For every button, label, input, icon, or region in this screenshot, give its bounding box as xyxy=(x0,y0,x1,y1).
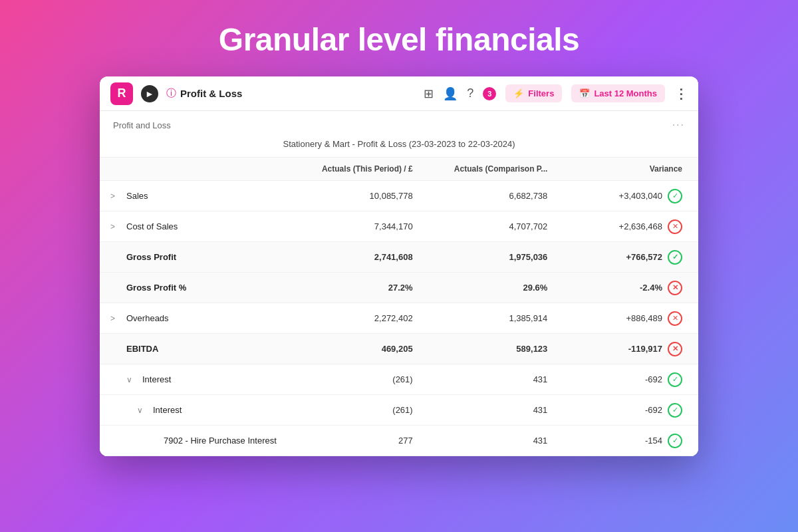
variance-cell: -692✓ xyxy=(553,398,688,423)
actuals-period-cell: (261) xyxy=(283,369,418,390)
actuals-comparison-cell: 431 xyxy=(418,369,553,390)
actuals-period-cell: 277 xyxy=(283,430,418,451)
column-headers: Actuals (This Period) / £ Actuals (Compa… xyxy=(100,157,698,181)
variance-cell: -119,917✕ xyxy=(553,336,688,362)
table-row[interactable]: EBITDA469,205589,123-119,917✕ xyxy=(100,334,698,364)
filter-icon: ⚡ xyxy=(513,88,524,98)
cross-icon: ✕ xyxy=(668,219,682,234)
row-label-text: EBITDA xyxy=(126,344,158,354)
nav-bar: R ► ⓘ Profit & Loss ⊞ 👤 ? 3 ⚡ Filters 📅 … xyxy=(100,76,698,111)
check-icon: ✓ xyxy=(668,189,682,203)
row-label-text: Cost of Sales xyxy=(126,221,178,231)
actuals-period-cell: 2,741,608 xyxy=(283,247,418,267)
notification-badge[interactable]: 3 xyxy=(483,87,496,100)
col-header-actuals-comparison: Actuals (Comparison P... xyxy=(418,158,553,180)
variance-value: -2.4% xyxy=(640,283,662,293)
user-icon[interactable]: 👤 xyxy=(443,86,458,101)
table-row[interactable]: >Cost of Sales7,344,1704,707,702+2,636,4… xyxy=(100,211,698,242)
table-row[interactable]: Gross Profit2,741,6081,975,036+766,572✓ xyxy=(100,242,698,273)
variance-cell: +766,572✓ xyxy=(553,245,688,270)
content-area: Profit and Loss ··· Stationery & Mart - … xyxy=(100,111,698,456)
actuals-period-cell: (261) xyxy=(283,400,418,420)
variance-value: -692 xyxy=(645,374,662,384)
section-more-icon[interactable]: ··· xyxy=(672,119,685,131)
actuals-comparison-cell: 6,682,738 xyxy=(418,186,553,206)
table-row[interactable]: ∨Interest(261)431-692✓ xyxy=(100,364,698,395)
nav-title-area: ⓘ Profit & Loss xyxy=(166,87,416,100)
row-label-cell: ∨Interest xyxy=(110,369,283,390)
variance-value: -154 xyxy=(645,436,662,446)
variance-value: +886,489 xyxy=(626,313,662,323)
report-subtitle: Stationery & Mart - Profit & Loss (23-03… xyxy=(100,136,698,157)
period-button[interactable]: 📅 Last 12 Months xyxy=(571,84,665,102)
actuals-comparison-cell: 431 xyxy=(418,400,553,420)
row-expand-icon[interactable]: ∨ xyxy=(137,406,148,415)
row-label-cell: 7902 - Hire Purchase Interest xyxy=(110,430,283,451)
variance-value: -692 xyxy=(645,405,662,415)
check-icon: ✓ xyxy=(668,250,682,265)
row-expand-icon[interactable]: > xyxy=(110,314,121,323)
row-label-cell: EBITDA xyxy=(110,338,283,359)
row-label-cell: >Cost of Sales xyxy=(110,216,283,237)
check-icon: ✓ xyxy=(668,403,682,418)
cross-icon: ✕ xyxy=(668,311,682,326)
row-label-text: 7902 - Hire Purchase Interest xyxy=(164,436,277,446)
table-row[interactable]: Gross Profit %27.2%29.6%-2.4%✕ xyxy=(100,273,698,303)
logo-icon[interactable]: R xyxy=(110,82,133,105)
table-container: Actuals (This Period) / £ Actuals (Compa… xyxy=(100,157,698,456)
actuals-period-cell: 27.2% xyxy=(283,277,418,298)
actuals-period-cell: 469,205 xyxy=(283,338,418,359)
actuals-comparison-cell: 4,707,702 xyxy=(418,216,553,237)
variance-cell: -154✓ xyxy=(553,428,688,454)
col-header-label xyxy=(110,158,283,180)
table-row[interactable]: 7902 - Hire Purchase Interest277431-154✓ xyxy=(100,426,698,456)
nav-forward-icon[interactable]: ► xyxy=(141,85,158,102)
page-title: Granular level financials xyxy=(219,21,579,58)
variance-cell: +2,636,468✕ xyxy=(553,214,688,239)
table-row[interactable]: >Sales10,085,7786,682,738+3,403,040✓ xyxy=(100,181,698,211)
check-icon: ✓ xyxy=(668,372,682,387)
grid-icon[interactable]: ⊞ xyxy=(424,86,434,101)
variance-cell: +3,403,040✓ xyxy=(553,184,688,209)
app-window: R ► ⓘ Profit & Loss ⊞ 👤 ? 3 ⚡ Filters 📅 … xyxy=(100,76,698,456)
row-label-text: Sales xyxy=(126,191,148,201)
filters-button[interactable]: ⚡ Filters xyxy=(505,84,562,102)
actuals-comparison-cell: 29.6% xyxy=(418,277,553,298)
actuals-period-cell: 7,344,170 xyxy=(283,216,418,237)
more-options-button[interactable]: ⋮ xyxy=(674,86,688,102)
actuals-comparison-cell: 1,385,914 xyxy=(418,308,553,329)
row-label-cell: Gross Profit xyxy=(110,247,283,267)
actuals-comparison-cell: 589,123 xyxy=(418,338,553,359)
check-icon: ✓ xyxy=(668,434,682,448)
row-label-text: Gross Profit xyxy=(126,252,176,262)
actuals-period-cell: 10,085,778 xyxy=(283,186,418,206)
actuals-period-cell: 2,272,402 xyxy=(283,308,418,329)
variance-value: +2,636,468 xyxy=(619,221,662,231)
help-icon[interactable]: ? xyxy=(467,86,473,100)
section-header: Profit and Loss ··· xyxy=(100,111,698,136)
calendar-icon: 📅 xyxy=(579,88,590,98)
info-icon: ⓘ xyxy=(166,87,176,100)
cross-icon: ✕ xyxy=(668,342,682,356)
row-label-text: Interest xyxy=(153,405,182,415)
nav-report-title: Profit & Loss xyxy=(180,88,242,99)
variance-cell: -692✓ xyxy=(553,367,688,392)
table-row[interactable]: ∨Interest(261)431-692✓ xyxy=(100,395,698,426)
row-label-cell: >Overheads xyxy=(110,308,283,329)
row-label-cell: >Sales xyxy=(110,186,283,206)
cross-icon: ✕ xyxy=(668,281,682,295)
actuals-comparison-cell: 431 xyxy=(418,430,553,451)
variance-cell: +886,489✕ xyxy=(553,306,688,331)
row-expand-icon[interactable]: > xyxy=(110,222,121,231)
period-label: Last 12 Months xyxy=(594,88,657,98)
table-row[interactable]: >Overheads2,272,4021,385,914+886,489✕ xyxy=(100,303,698,334)
row-label-text: Interest xyxy=(142,374,171,384)
row-label-cell: Gross Profit % xyxy=(110,277,283,298)
actuals-comparison-cell: 1,975,036 xyxy=(418,247,553,267)
row-label-text: Gross Profit % xyxy=(126,283,186,293)
filters-label: Filters xyxy=(528,88,554,98)
row-expand-icon[interactable]: ∨ xyxy=(126,375,137,384)
table-rows: >Sales10,085,7786,682,738+3,403,040✓>Cos… xyxy=(100,181,698,456)
variance-value: -119,917 xyxy=(628,344,662,354)
row-expand-icon[interactable]: > xyxy=(110,192,121,201)
